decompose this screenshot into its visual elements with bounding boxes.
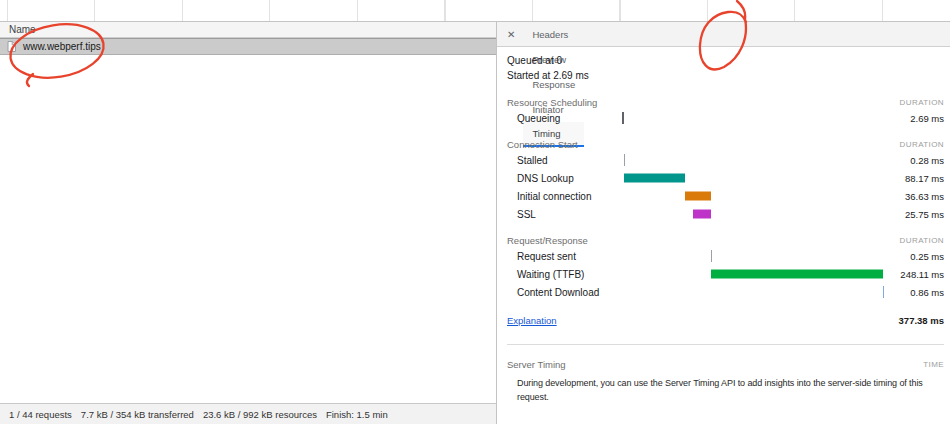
timing-total-row: Explanation 377.38 ms — [507, 311, 944, 329]
devtools-network-panel: Name www.webperf.tips 1 / 44 requests7.7… — [0, 0, 950, 425]
timing-total-value: 377.38 ms — [899, 315, 944, 326]
timing-phase-label: SSL — [507, 209, 536, 220]
timing-phase-duration: 0.86 ms — [910, 287, 944, 298]
timing-phase-row: SSL 25.75 ms — [507, 205, 944, 223]
started-at-line: Started at 2.69 ms — [507, 68, 944, 83]
timing-phase-label: Queueing — [507, 113, 560, 124]
table-header[interactable]: Name — [0, 22, 496, 38]
time-column-label: TIME — [923, 360, 944, 369]
duration-column-label: DURATION — [900, 140, 944, 149]
queued-at-line: Queued at 0 — [507, 53, 944, 68]
network-overview-strip[interactable] — [0, 0, 950, 22]
status-segment: 7.7 kB / 354 kB transferred — [81, 409, 194, 420]
request-table-pane: Name www.webperf.tips 1 / 44 requests7.7… — [0, 22, 497, 424]
timing-tab-content: Queued at 0 Started at 2.69 ms Resource … — [497, 47, 950, 424]
timing-phase-bar — [693, 210, 711, 219]
section-divider — [507, 344, 944, 345]
details-tab-bar: ✕ HeadersPreviewResponseInitiatorTiming — [497, 22, 950, 47]
timing-phase-duration: 25.75 ms — [905, 209, 944, 220]
timing-phase-bar — [685, 192, 710, 201]
timing-section-title: Connection Start — [507, 139, 578, 150]
duration-column-label: DURATION — [900, 98, 944, 107]
timing-phase-bar — [624, 174, 685, 183]
table-row[interactable]: www.webperf.tips — [0, 38, 496, 55]
timing-phase-bar — [711, 270, 883, 279]
timing-phase-duration: 36.63 ms — [905, 191, 944, 202]
timing-section-header: Request/Response DURATION — [507, 233, 944, 247]
timing-phase-row: Request sent 0.25 ms — [507, 247, 944, 265]
server-timing-title: Server Timing — [507, 359, 566, 370]
timing-phase-label: Stalled — [507, 155, 548, 166]
explanation-link[interactable]: Explanation — [507, 315, 557, 326]
timing-phase-label: Request sent — [507, 251, 576, 262]
request-details-pane: ✕ HeadersPreviewResponseInitiatorTiming … — [497, 22, 950, 424]
status-segment: 23.6 kB / 992 kB resources — [203, 409, 317, 420]
timing-phase-row: DNS Lookup 88.17 ms — [507, 169, 944, 187]
server-timing-header: Server Timing TIME — [507, 357, 944, 371]
timing-phase-bar — [622, 112, 624, 124]
timing-phase-row: Content Download 0.86 ms — [507, 283, 944, 301]
timing-section-header: Connection Start DURATION — [507, 137, 944, 151]
timing-phase-label: Waiting (TTFB) — [507, 269, 584, 280]
server-timing-description: During development, you can use the Serv… — [507, 376, 944, 404]
timing-phase-label: Initial connection — [507, 191, 592, 202]
status-segment: 1 / 44 requests — [9, 409, 72, 420]
timing-phase-duration: 0.25 ms — [910, 251, 944, 262]
timing-phase-label: DNS Lookup — [507, 173, 574, 184]
timing-phase-bar — [883, 286, 884, 298]
timing-phase-duration: 2.69 ms — [910, 113, 944, 124]
timing-phase-row: Stalled 0.28 ms — [507, 151, 944, 169]
network-status-bar: 1 / 44 requests7.7 kB / 354 kB transferr… — [0, 403, 496, 424]
close-icon[interactable]: ✕ — [499, 22, 523, 46]
timing-section-title: Request/Response — [507, 235, 588, 246]
table-empty-area — [0, 55, 496, 403]
request-name: www.webperf.tips — [23, 41, 101, 52]
timing-phase-duration: 88.17 ms — [905, 173, 944, 184]
timing-phase-duration: 0.28 ms — [910, 155, 944, 166]
status-segment: Finish: 1.5 min — [326, 409, 388, 420]
timing-phase-row: Initial connection 36.63 ms — [507, 187, 944, 205]
timing-phase-row: Waiting (TTFB) 248.11 ms — [507, 265, 944, 283]
timing-phase-label: Content Download — [507, 287, 599, 298]
tab-headers[interactable]: Headers — [523, 22, 584, 47]
column-header-name[interactable]: Name — [9, 24, 36, 35]
document-icon — [7, 41, 16, 52]
duration-column-label: DURATION — [900, 236, 944, 245]
timing-section-title: Resource Scheduling — [507, 97, 597, 108]
timing-phase-bar — [711, 250, 712, 262]
timing-phase-duration: 248.11 ms — [900, 269, 944, 280]
timing-phase-row: Queueing 2.69 ms — [507, 109, 944, 127]
timing-phase-bar — [624, 154, 625, 166]
timing-section-header: Resource Scheduling DURATION — [507, 95, 944, 109]
